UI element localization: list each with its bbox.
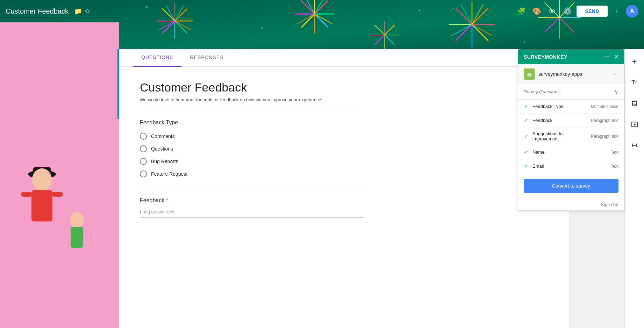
svg-point-64 bbox=[70, 212, 84, 227]
settings-icon[interactable]: ⚙️ bbox=[561, 5, 574, 17]
check-icon: ✓ bbox=[524, 103, 528, 110]
panel-app-row: surveymonkey-apps ← bbox=[518, 64, 624, 84]
svg-rect-63 bbox=[52, 192, 63, 197]
back-arrow-icon[interactable]: ← bbox=[612, 71, 618, 78]
question-type: Multiple choice bbox=[591, 104, 618, 109]
question-name: Feedback Type bbox=[532, 104, 591, 109]
close-button[interactable]: ✕ bbox=[614, 53, 618, 60]
feedback-section: Feedback * Long answer text bbox=[140, 197, 364, 218]
radio-label: Bug Reports bbox=[151, 159, 178, 164]
right-toolbar: + TT 🖼 bbox=[624, 49, 644, 328]
svg-rect-65 bbox=[71, 227, 83, 248]
form-container: QUESTIONS RESPONSES Customer Feedback We… bbox=[119, 49, 569, 328]
question-row: ✓ Suggestions for improvement Paragraph … bbox=[518, 127, 624, 145]
accent-bar bbox=[117, 49, 119, 119]
svg-point-54 bbox=[262, 27, 263, 29]
add-question-icon[interactable]: + bbox=[628, 54, 642, 68]
divider-icon[interactable] bbox=[628, 138, 642, 152]
eye-icon[interactable]: 👁 bbox=[546, 5, 558, 17]
radio-option-questions[interactable]: Questions bbox=[140, 145, 364, 152]
svg-point-60 bbox=[32, 168, 52, 191]
check-icon: ✓ bbox=[524, 163, 528, 169]
section-title: Feedback Type bbox=[140, 119, 364, 126]
feedback-label: Feedback * bbox=[140, 197, 364, 204]
more-options-icon[interactable]: ⋮ bbox=[610, 5, 623, 17]
feedback-input[interactable]: Long answer text bbox=[140, 206, 364, 218]
minimize-button[interactable]: — bbox=[604, 53, 610, 60]
chevron-down-icon: ∨ bbox=[614, 88, 618, 95]
radio-label: Questions bbox=[151, 146, 173, 152]
text-icon[interactable]: TT bbox=[628, 75, 642, 89]
left-sidebar bbox=[0, 22, 119, 328]
required-indicator: * bbox=[166, 197, 168, 203]
puzzle-icon[interactable]: 🧩 bbox=[515, 5, 528, 17]
check-icon: ✓ bbox=[524, 149, 528, 155]
feedback-type-section: Feedback Type Comments Questions Bug Rep… bbox=[140, 119, 364, 177]
radio-option-bug-reports[interactable]: Bug Reports bbox=[140, 158, 364, 165]
check-icon: ✓ bbox=[524, 117, 528, 124]
radio-circle bbox=[140, 158, 147, 165]
svg-rect-62 bbox=[21, 192, 32, 197]
question-row: ✓ Feedback Paragraph text bbox=[518, 114, 624, 127]
question-row: ✓ Email Text bbox=[518, 159, 624, 173]
radio-circle bbox=[140, 133, 147, 140]
radio-group: Comments Questions Bug Reports Feature R… bbox=[140, 133, 364, 177]
sign-out-row: Sign Out bbox=[518, 198, 624, 210]
tab-responses[interactable]: RESPONSES bbox=[181, 49, 232, 67]
question-name: Email bbox=[532, 163, 611, 169]
radio-option-feature-request[interactable]: Feature Request bbox=[140, 170, 364, 177]
radio-circle bbox=[140, 145, 147, 152]
app-logo bbox=[524, 68, 535, 80]
question-name: Feedback bbox=[532, 118, 591, 123]
section-divider bbox=[140, 189, 364, 189]
convert-to-survey-button[interactable]: Convert to survey bbox=[524, 179, 618, 193]
send-button[interactable]: SEND bbox=[577, 6, 608, 17]
radio-label: Comments bbox=[151, 133, 175, 139]
palette-icon[interactable]: 🎨 bbox=[530, 5, 543, 17]
panel-title: SURVEYMONKEY bbox=[524, 54, 567, 60]
question-type: Paragraph text bbox=[591, 118, 618, 123]
tab-questions[interactable]: QUESTIONS bbox=[133, 49, 181, 67]
question-row: ✓ Feedback Type Multiple choice bbox=[518, 100, 624, 114]
radio-circle bbox=[140, 170, 147, 177]
question-name: Name bbox=[532, 150, 611, 155]
app-title: Customer Feedback bbox=[6, 7, 69, 15]
radio-label: Feature Request bbox=[151, 171, 187, 177]
svg-rect-61 bbox=[31, 190, 52, 221]
form-description: We would love to hear your thoughts or f… bbox=[140, 97, 364, 108]
panel-header: SURVEYMONKEY — ✕ bbox=[518, 49, 624, 64]
video-icon[interactable] bbox=[628, 117, 642, 131]
tabs-bar: QUESTIONS RESPONSES bbox=[119, 49, 569, 67]
question-type: Paragraph text bbox=[591, 134, 618, 139]
sign-out-link[interactable]: Sign Out bbox=[601, 202, 618, 207]
question-type: Text bbox=[611, 164, 618, 169]
svg-point-56 bbox=[524, 41, 525, 43]
form-title: Customer Feedback bbox=[140, 81, 364, 94]
check-icon: ✓ bbox=[524, 133, 528, 140]
folder-icon[interactable]: 📁 bbox=[74, 7, 82, 15]
question-row: ✓ Name Text bbox=[518, 145, 624, 159]
panel-controls: — ✕ bbox=[604, 53, 618, 60]
survey-questions-header[interactable]: Survey Questions: ∨ bbox=[518, 84, 624, 100]
image-icon[interactable]: 🖼 bbox=[628, 96, 642, 110]
question-name: Suggestions for improvement bbox=[532, 131, 591, 141]
survey-questions-label: Survey Questions: bbox=[524, 89, 561, 94]
star-icon[interactable]: ☆ bbox=[85, 7, 90, 15]
radio-option-comments[interactable]: Comments bbox=[140, 133, 364, 140]
question-type: Text bbox=[611, 150, 618, 155]
app-name: surveymonkey-apps bbox=[538, 71, 612, 77]
surveymonkey-panel: SURVEYMONKEY — ✕ surveymonkey-apps ← Sur… bbox=[518, 49, 624, 211]
avatar[interactable]: A bbox=[626, 5, 638, 17]
